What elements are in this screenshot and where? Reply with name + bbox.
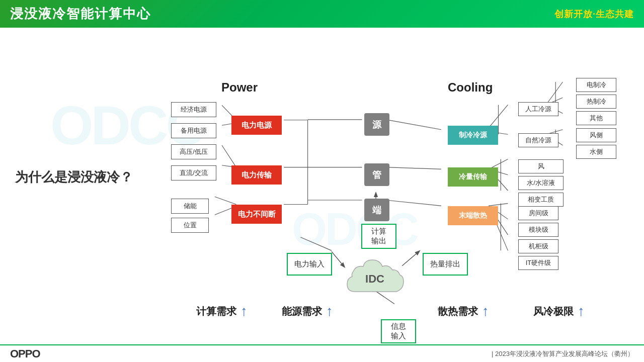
box-electric-cooling: 电制冷 (576, 78, 616, 92)
box-thermal-cooling: 热制冷 (576, 95, 616, 109)
content-area: ODCC ODCC 为什么是浸没液冷？ Power Cooling 经济电源 备… (0, 28, 644, 344)
box-dc-ac: 直流/交流 (171, 165, 216, 180)
idc-cloud: IDC (342, 254, 408, 304)
box-room-level: 房间级 (518, 206, 558, 220)
header-title: 浸没液冷智能计算中心 (10, 5, 151, 23)
arrow-energy: ↑ (326, 303, 333, 319)
box-compute-output: 计算输出 (361, 224, 396, 249)
box-electric-power: 电力电源 (231, 116, 282, 135)
svg-line-16 (489, 105, 508, 127)
box-cooling-transmission: 冷量传输 (448, 167, 498, 187)
center-node-source: 源 (364, 113, 389, 136)
svg-line-13 (386, 120, 441, 130)
box-ups: 电力不间断 (231, 205, 282, 224)
box-info-input: 信息输入 (381, 319, 416, 343)
watermark-odcc-2: ODCC (292, 204, 417, 255)
header-slogan: 创新开放·生态共建 (554, 8, 634, 20)
box-phase-change: 相变工质 (518, 193, 564, 207)
box-location: 位置 (171, 218, 209, 233)
center-node-terminal: 端 (364, 199, 389, 221)
box-natural-source: 自然冷源 (518, 133, 558, 147)
power-title: Power (221, 80, 258, 95)
bottom-label-wind: 风冷极限 ↑ (533, 303, 585, 319)
svg-line-4 (215, 197, 236, 204)
bottom-label-compute: 计算需求 ↑ (196, 303, 248, 319)
box-water-side: 水侧 (576, 145, 616, 159)
idc-label: IDC (365, 273, 384, 286)
box-terminal-heat: 末端散热 (448, 206, 498, 225)
header: 浸没液冷智能计算中心 创新开放·生态共建 (0, 0, 644, 28)
center-node-pipe: 管 (364, 163, 389, 186)
slide: 浸没液冷智能计算中心 创新开放·生态共建 ODCC ODCC 为什么是浸没液冷？… (0, 0, 644, 362)
svg-line-19 (546, 82, 562, 105)
box-backup-power: 备用电源 (171, 123, 216, 138)
box-power-transmission: 电力传输 (231, 165, 282, 185)
cooling-title: Cooling (448, 80, 493, 95)
left-label: 为什么是浸没液冷？ (15, 168, 133, 186)
box-water-solution: 水/水溶液 (518, 176, 564, 190)
box-heat-output: 热量排出 (423, 253, 468, 276)
svg-line-39 (300, 237, 332, 251)
box-hv-lv: 高压/低压 (171, 144, 216, 159)
footer-logo: OPPO (10, 347, 40, 360)
box-other-cooling: 其他 (576, 111, 616, 125)
arrow-compute: ↑ (240, 303, 248, 319)
footer: OPPO | 2023年浸没液冷智算产业发展高峰论坛（衢州） (0, 344, 644, 362)
arrow-wind: ↑ (578, 303, 585, 319)
bottom-label-heat: 散热需求 ↑ (438, 303, 489, 319)
arrow-heat: ↑ (482, 303, 489, 319)
footer-conference: | 2023年浸没液冷智算产业发展高峰论坛（衢州） (492, 349, 634, 358)
box-wind-side: 风侧 (576, 128, 616, 142)
svg-line-30 (489, 204, 508, 206)
svg-line-15 (386, 200, 441, 206)
box-storage: 储能 (171, 199, 209, 214)
svg-line-2 (222, 145, 236, 167)
box-it-level: IT硬件级 (518, 256, 558, 270)
box-rack-level: 机柜级 (518, 239, 558, 253)
box-refrigeration-source: 制冷冷源 (448, 126, 498, 145)
box-economic-power: 经济电源 (171, 102, 216, 117)
box-wind: 风 (518, 159, 564, 173)
box-artificial-source: 人工冷源 (518, 102, 558, 116)
box-power-input: 电力输入 (287, 253, 332, 276)
svg-line-14 (386, 167, 441, 169)
box-module-level: 模块级 (518, 223, 558, 237)
bottom-label-energy: 能源需求 ↑ (282, 303, 333, 319)
